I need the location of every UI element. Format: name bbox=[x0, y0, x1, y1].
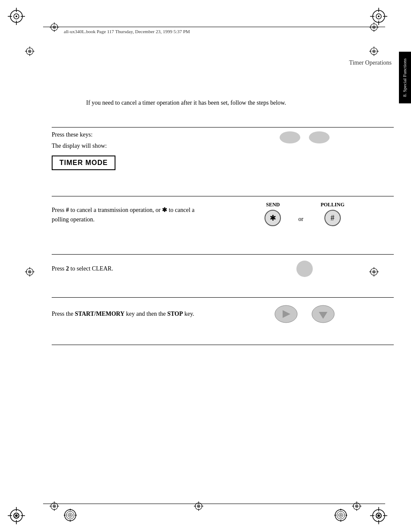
step4-text: Press the START/MEMORY key and then the … bbox=[52, 309, 207, 319]
send-label: SEND bbox=[266, 202, 280, 208]
step4-row: Press the START/MEMORY key and then the … bbox=[52, 304, 394, 324]
corner-mark-bl bbox=[8, 507, 25, 524]
section-title: Timer Operations bbox=[349, 59, 392, 66]
key-button-1 bbox=[280, 131, 300, 143]
crosshair-tr bbox=[369, 22, 379, 34]
svg-point-88 bbox=[198, 506, 199, 507]
step4-right bbox=[215, 304, 394, 324]
divider-2 bbox=[52, 196, 394, 196]
divider-4 bbox=[52, 297, 394, 298]
stop-button bbox=[311, 304, 335, 324]
step1-press-text: Press these keys: bbox=[52, 131, 207, 138]
crosshair-right-mid bbox=[369, 267, 379, 278]
step1-right bbox=[215, 131, 394, 143]
compass-br bbox=[334, 509, 347, 523]
polling-label: POLLING bbox=[321, 202, 344, 208]
svg-point-99 bbox=[340, 514, 342, 516]
step1-row: Press these keys: The display will show:… bbox=[52, 131, 394, 170]
svg-point-95 bbox=[356, 506, 358, 507]
or-text: or bbox=[298, 216, 303, 226]
svg-point-52 bbox=[29, 271, 31, 273]
crosshair-ml bbox=[25, 47, 34, 58]
svg-point-20 bbox=[378, 16, 380, 17]
timer-mode-display: TIMER MODE bbox=[52, 156, 115, 170]
polling-group: POLLING # bbox=[321, 202, 344, 226]
sidebar-tab: 8. Special Functions bbox=[399, 52, 411, 103]
hash-button: # bbox=[324, 210, 341, 226]
crosshair-tl bbox=[50, 22, 59, 34]
step3-row: Press 2 to select CLEAR. bbox=[52, 261, 394, 277]
step1-display-label: The display will show: bbox=[52, 143, 207, 149]
crosshair-mr bbox=[369, 47, 379, 58]
svg-point-97 bbox=[337, 511, 345, 519]
compass-bl bbox=[64, 509, 77, 523]
svg-point-66 bbox=[15, 514, 18, 517]
key-2-button bbox=[296, 261, 313, 277]
svg-point-76 bbox=[68, 513, 72, 517]
step2-left: Press # to cancel a transmission operati… bbox=[52, 203, 215, 225]
crosshair-bc bbox=[194, 501, 203, 513]
svg-point-6 bbox=[16, 16, 17, 17]
crosshair-bl1 bbox=[50, 501, 59, 513]
svg-point-41 bbox=[374, 51, 375, 52]
step3-right bbox=[215, 261, 394, 277]
step1-buttons bbox=[280, 131, 330, 143]
step2-right: SEND ✱ or POLLING # bbox=[215, 202, 394, 226]
svg-point-110 bbox=[377, 514, 380, 517]
step1-left: Press these keys: The display will show:… bbox=[52, 131, 215, 170]
send-group: SEND ✱ bbox=[265, 202, 281, 226]
divider-5 bbox=[52, 345, 394, 345]
step2-button-labels: SEND ✱ or POLLING # bbox=[265, 202, 344, 226]
step3-left: Press 2 to select CLEAR. bbox=[52, 265, 215, 272]
step4-left: Press the START/MEMORY key and then the … bbox=[52, 309, 215, 319]
step2-row: Press # to cancel a transmission operati… bbox=[52, 202, 394, 226]
star-button: ✱ bbox=[265, 210, 281, 226]
svg-point-73 bbox=[54, 506, 55, 507]
corner-mark-tl bbox=[8, 8, 25, 25]
divider-3 bbox=[52, 254, 394, 255]
svg-point-77 bbox=[69, 514, 71, 516]
svg-point-98 bbox=[339, 513, 343, 517]
corner-mark-br bbox=[370, 507, 387, 524]
svg-point-75 bbox=[66, 511, 74, 519]
step2-text: Press # to cancel a transmission operati… bbox=[52, 205, 207, 225]
header-file-info: all-ux340L.book Page 117 Thursday, Decem… bbox=[64, 29, 190, 34]
crosshair-left-mid bbox=[25, 267, 34, 278]
header-line bbox=[43, 27, 385, 27]
start-memory-button bbox=[274, 304, 298, 324]
svg-point-59 bbox=[374, 271, 375, 273]
bottom-line bbox=[43, 504, 385, 504]
key-button-2 bbox=[309, 131, 330, 143]
crosshair-br1 bbox=[352, 501, 361, 513]
step3-text: Press 2 to select CLEAR. bbox=[52, 265, 207, 272]
intro-text: If you need to cancel a timer operation … bbox=[86, 98, 385, 107]
svg-point-34 bbox=[29, 51, 31, 52]
divider-1 bbox=[52, 127, 394, 128]
